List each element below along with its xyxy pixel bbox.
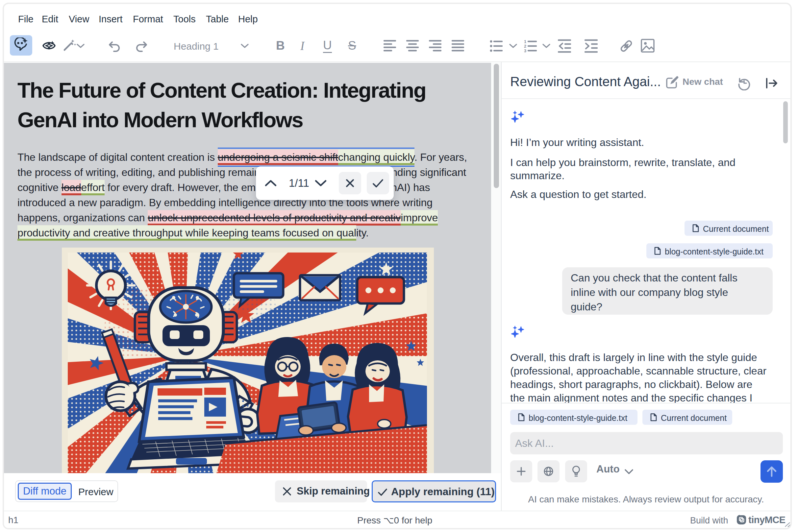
svg-text:2: 2 bbox=[524, 44, 526, 49]
svg-text:1: 1 bbox=[524, 39, 526, 44]
svg-text:3: 3 bbox=[524, 48, 526, 53]
